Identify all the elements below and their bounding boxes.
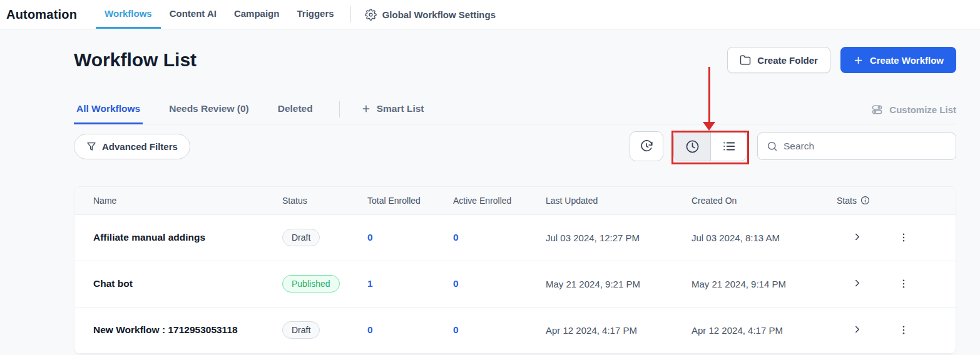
total-enrolled-link[interactable]: 1 — [367, 278, 373, 289]
create-workflow-button[interactable]: Create Workflow — [840, 47, 956, 73]
status-badge: Draft — [282, 229, 320, 247]
last-updated: Jul 03 2024, 12:27 PM — [546, 214, 692, 261]
col-actions — [893, 187, 956, 214]
advanced-filters-button[interactable]: Advanced Filters — [74, 134, 190, 159]
col-status: Status — [282, 187, 367, 214]
tabs-divider — [339, 101, 340, 118]
col-active-enrolled: Active Enrolled — [453, 187, 546, 214]
clock-icon — [685, 139, 700, 154]
last-updated: Apr 12 2024, 4:17 PM — [546, 307, 692, 353]
col-total-enrolled: Total Enrolled — [367, 187, 453, 214]
created-on: May 21 2024, 9:14 PM — [692, 261, 837, 307]
top-navigation: Automation Workflows Content AI Campaign… — [0, 0, 980, 29]
workflow-name[interactable]: New Workflow : 1712953053118 — [74, 307, 282, 353]
info-icon[interactable] — [860, 196, 870, 205]
view-toggle-group — [673, 131, 747, 161]
tab-campaign[interactable]: Campaign — [225, 0, 288, 29]
status-badge: Published — [282, 275, 340, 293]
customize-list-button[interactable]: Customize List — [871, 104, 956, 124]
plus-icon — [361, 104, 371, 114]
customize-icon — [871, 104, 883, 116]
tab-workflows[interactable]: Workflows — [96, 0, 161, 29]
app-title: Automation — [6, 8, 77, 22]
active-enrolled-link[interactable]: 0 — [453, 324, 459, 335]
page-title: Workflow List — [74, 49, 197, 71]
col-stats: Stats — [837, 187, 893, 214]
search-input[interactable] — [783, 141, 947, 152]
total-enrolled-link[interactable]: 0 — [367, 232, 373, 242]
search-box — [757, 132, 956, 160]
tab-needs-review[interactable]: Needs Review (0) — [166, 103, 252, 124]
active-enrolled-link[interactable]: 0 — [453, 278, 459, 289]
table-header-row: Name Status Total Enrolled Active Enroll… — [74, 187, 956, 214]
workflow-name[interactable]: Affiliate manual addings — [74, 214, 282, 261]
top-nav-tabs: Workflows Content AI Campaign Triggers — [96, 0, 343, 29]
workflow-table: Name Status Total Enrolled Active Enroll… — [74, 187, 956, 354]
workflow-name[interactable]: Chat bot — [74, 261, 282, 307]
folder-icon — [740, 54, 751, 66]
col-name: Name — [74, 187, 282, 214]
created-on: Apr 12 2024, 4:17 PM — [692, 307, 837, 353]
list-toolbar: Advanced Filters — [74, 131, 956, 161]
tab-content-ai[interactable]: Content AI — [161, 0, 225, 29]
plus-icon — [853, 55, 864, 66]
table-row[interactable]: New Workflow : 1712953053118 Draft 0 0 A… — [74, 307, 956, 353]
search-icon — [767, 141, 778, 152]
kebab-icon[interactable] — [893, 227, 914, 248]
time-view-toggle[interactable] — [674, 132, 710, 161]
kebab-icon[interactable] — [893, 273, 914, 294]
page-header: Workflow List Create Folder Create Workf… — [74, 47, 956, 73]
enrollment-history-button[interactable] — [630, 131, 663, 161]
last-updated: May 21 2024, 9:21 PM — [546, 261, 692, 307]
active-enrolled-link[interactable]: 0 — [453, 232, 459, 242]
table-row[interactable]: Affiliate manual addings Draft 0 0 Jul 0… — [74, 214, 956, 261]
history-icon — [640, 139, 653, 153]
add-smart-list-button[interactable]: Smart List — [359, 103, 427, 124]
created-on: Jul 03 2024, 8:13 AM — [692, 214, 837, 261]
nav-divider — [350, 6, 351, 22]
col-last-updated: Last Updated — [546, 187, 692, 214]
tab-deleted[interactable]: Deleted — [275, 103, 315, 124]
chevron-right-icon[interactable] — [852, 278, 863, 289]
status-badge: Draft — [282, 321, 320, 339]
tab-triggers[interactable]: Triggers — [288, 0, 342, 29]
header-actions: Create Folder Create Workflow — [727, 47, 956, 73]
toolbar-right-group — [630, 131, 956, 161]
table-row[interactable]: Chat bot Published 1 0 May 21 2024, 9:21… — [74, 261, 956, 307]
list-view-toggle[interactable] — [710, 132, 747, 161]
create-folder-button[interactable]: Create Folder — [727, 47, 830, 73]
col-created-on: Created On — [692, 187, 837, 214]
kebab-icon[interactable] — [893, 319, 914, 341]
list-view-icon — [722, 139, 736, 153]
chevron-right-icon[interactable] — [852, 324, 863, 335]
list-tabs: All Workflows Needs Review (0) Deleted S… — [74, 101, 956, 124]
workflow-table-card: Name Status Total Enrolled Active Enroll… — [74, 186, 956, 354]
global-workflow-settings-button[interactable]: Global Workflow Settings — [356, 0, 504, 29]
total-enrolled-link[interactable]: 0 — [367, 324, 373, 335]
chevron-right-icon[interactable] — [852, 231, 863, 242]
gear-icon — [365, 9, 377, 21]
filter-icon — [86, 141, 96, 151]
tab-all-workflows[interactable]: All Workflows — [74, 103, 143, 124]
